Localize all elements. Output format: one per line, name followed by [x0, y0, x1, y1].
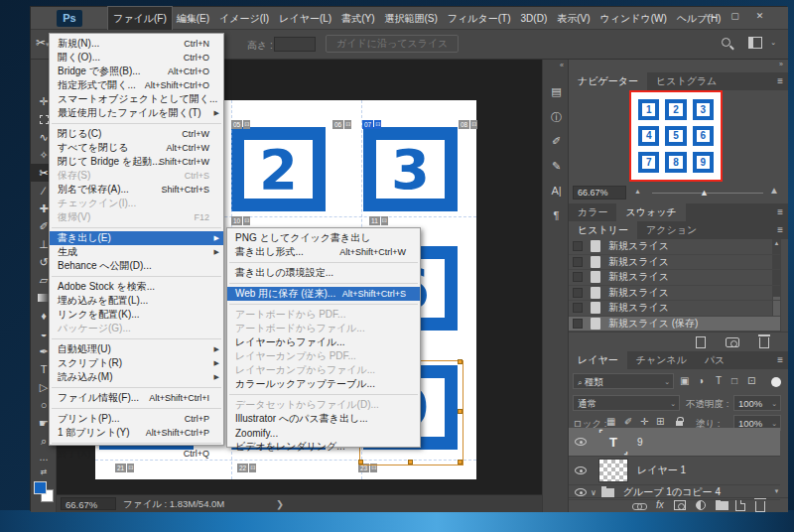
panels-collapse-icon[interactable]: »: [779, 61, 783, 67]
menubar-item-2[interactable]: 編集(E): [172, 7, 214, 30]
file-menu-item-25[interactable]: 自動処理(U)▶: [50, 342, 223, 356]
slice-handle[interactable]: [408, 460, 413, 465]
menubar-item-8[interactable]: 3D(D): [516, 7, 553, 30]
slice-label-21[interactable]: 21⊡: [115, 464, 134, 472]
history-checkbox[interactable]: [573, 241, 583, 251]
export-submenu-item-6[interactable]: Web 用に保存 (従来)...Alt+Shift+Ctrl+S: [227, 287, 420, 301]
status-chevron-icon[interactable]: ❯: [276, 498, 284, 509]
navigator-preview[interactable]: 123456789: [629, 90, 723, 182]
paragraph-panel-icon[interactable]: ¶: [543, 209, 570, 221]
file-menu-item-1[interactable]: 新規(N)...Ctrl+N: [50, 37, 223, 51]
layers-tab-2[interactable]: チャンネル: [627, 351, 696, 369]
zoom-in-icon[interactable]: ▲: [769, 185, 779, 196]
character-panel-icon[interactable]: A|: [543, 185, 570, 197]
slices-from-guides-button[interactable]: ガイドに沿ってスライス: [326, 35, 459, 53]
file-menu-item-10[interactable]: 閉じて Bridge を起動...Shift+Ctrl+W: [50, 155, 223, 169]
export-submenu-item-2[interactable]: 書き出し形式...Alt+Shift+Ctrl+W: [227, 245, 420, 259]
foreground-color-swatch[interactable]: [34, 481, 47, 494]
add-mask-icon[interactable]: [674, 500, 686, 510]
slice-handle[interactable]: [458, 359, 463, 364]
new-group-icon[interactable]: [716, 501, 728, 510]
lock-artboard-icon[interactable]: ⊞: [656, 416, 664, 427]
history-panel-menu-icon[interactable]: ≡: [777, 224, 783, 235]
export-submenu-item-10[interactable]: レイヤーからファイル...: [227, 335, 420, 349]
filter-pixel-layers-icon[interactable]: ▣: [680, 375, 689, 386]
zoom-out-icon[interactable]: ▲: [634, 188, 641, 195]
file-menu-item-17[interactable]: 生成▶: [50, 245, 223, 259]
close-button[interactable]: ✕: [751, 9, 768, 24]
visibility-eye-icon[interactable]: [575, 466, 587, 474]
file-menu-item-21[interactable]: 埋め込みを配置(L)...: [50, 294, 223, 308]
file-menu-item-26[interactable]: スクリプト(R)▶: [50, 356, 223, 370]
color-tab-2[interactable]: スウォッチ: [616, 203, 685, 221]
lock-position-icon[interactable]: ✛: [640, 416, 648, 427]
history-checkbox[interactable]: [573, 288, 583, 298]
menubar-item-10[interactable]: ウィンドウ(W): [596, 7, 672, 30]
layer-row[interactable]: レイヤー 1: [569, 457, 780, 485]
filter-smart-objects-icon[interactable]: ⊡: [747, 375, 755, 386]
menubar-item-7[interactable]: フィルター(T): [443, 7, 516, 30]
history-checkbox[interactable]: [573, 319, 583, 329]
dock-expand-icon[interactable]: «: [560, 62, 564, 68]
slice-handle[interactable]: [358, 460, 363, 465]
layers-panel-menu-icon[interactable]: ≡: [777, 354, 783, 365]
file-menu-item-16[interactable]: 書き出し(E)▶: [50, 231, 223, 245]
layer-row[interactable]: ∨グループ 1のコピー 4: [569, 485, 780, 500]
file-menu-item-9[interactable]: すべてを閉じるAlt+Ctrl+W: [50, 141, 223, 155]
history-state-row[interactable]: 新規スライス: [569, 239, 780, 255]
file-menu-item-5[interactable]: スマートオブジェクトとして開く...: [50, 92, 223, 106]
export-submenu-item-17[interactable]: Zoomify...: [227, 426, 420, 440]
export-submenu-item-13[interactable]: カラールックアップテーブル...: [227, 377, 420, 391]
new-layer-icon[interactable]: [735, 499, 745, 511]
slice-label-07[interactable]: 07⊡: [362, 120, 381, 129]
lock-all-icon[interactable]: [676, 421, 683, 426]
history-state-row[interactable]: 新規スライス: [569, 286, 780, 302]
history-checkbox[interactable]: [573, 257, 583, 267]
layer-filter-select[interactable]: ⌕ 種類 ⌄: [573, 373, 674, 389]
new-snapshot-icon[interactable]: [726, 337, 739, 347]
info-panel-icon[interactable]: ⓘ: [543, 110, 570, 125]
history-state-row[interactable]: 新規スライス: [569, 301, 780, 317]
layer-style-icon[interactable]: fx: [656, 499, 664, 510]
file-menu-item-8[interactable]: 閉じる(C)Ctrl+W: [50, 127, 223, 141]
history-state-row[interactable]: 新規スライス (保存): [569, 317, 780, 332]
history-checkbox[interactable]: [573, 303, 583, 313]
layers-tab-3[interactable]: パス: [696, 351, 733, 369]
slider-thumb-icon[interactable]: ▲: [700, 188, 709, 198]
export-submenu-item-1[interactable]: PNG としてクイック書き出し: [227, 231, 420, 245]
file-menu-item-31[interactable]: プリント(P)...Ctrl+P: [50, 412, 223, 426]
slice-label-10[interactable]: 10⊡: [231, 216, 250, 225]
history-checkbox[interactable]: [573, 272, 583, 282]
file-menu-item-20[interactable]: Adobe Stock を検索...: [50, 280, 223, 294]
menubar-item-6[interactable]: 選択範囲(S): [380, 7, 443, 30]
slice-label-06[interactable]: 06⊡: [332, 120, 351, 129]
history-state-row[interactable]: 新規スライス: [569, 255, 780, 271]
slice-label-11[interactable]: 11⊡: [369, 216, 388, 225]
menubar-item-9[interactable]: 表示(V): [552, 7, 595, 30]
filter-adjustment-layers-icon[interactable]: ◑: [698, 375, 704, 386]
blend-mode-select[interactable]: 通常⌄: [573, 395, 680, 411]
file-menu-item-32[interactable]: 1 部プリント(Y)Alt+Shift+Ctrl+P: [50, 426, 223, 440]
menubar-item-3[interactable]: イメージ(I): [214, 7, 274, 30]
file-menu-item-34[interactable]: 終了(X)Ctrl+Q: [50, 447, 223, 461]
link-layers-icon[interactable]: [632, 503, 646, 509]
navigator-tab-2[interactable]: ヒストグラム: [647, 72, 726, 90]
tool-presets-panel-icon[interactable]: ✎: [543, 160, 570, 173]
lock-transparent-pixels-icon[interactable]: ▦: [606, 416, 615, 427]
brush-settings-panel-icon[interactable]: ▤: [543, 85, 570, 98]
history-state-row[interactable]: 新規スライス: [569, 270, 780, 286]
menubar-item-5[interactable]: 書式(Y): [336, 7, 379, 30]
slice-handle[interactable]: [458, 460, 463, 465]
slice-label-22[interactable]: 22⊡: [237, 464, 256, 472]
visibility-eye-icon[interactable]: [575, 438, 587, 446]
workspace-switcher-icon[interactable]: [748, 37, 762, 49]
file-menu-item-29[interactable]: ファイル情報(F)...Alt+Shift+Ctrl+I: [50, 391, 223, 405]
slice-label-05[interactable]: 05⊡: [231, 120, 250, 129]
opacity-value[interactable]: 100%⌄: [733, 395, 781, 411]
color-tab-1[interactable]: カラー: [569, 203, 616, 221]
maximize-button[interactable]: ▢: [727, 9, 743, 24]
layers-tab-1[interactable]: レイヤー: [569, 351, 627, 369]
slice-tool-badge[interactable]: ✂▾: [36, 36, 50, 50]
delete-state-icon[interactable]: [759, 337, 769, 348]
group-expand-icon[interactable]: ∨: [591, 488, 596, 497]
